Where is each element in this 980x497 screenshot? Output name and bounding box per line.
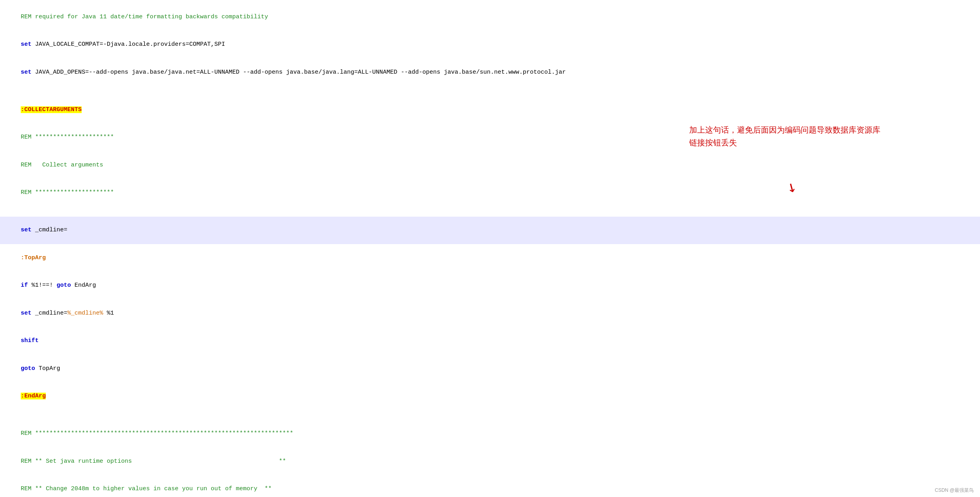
code-line-8: REM ********************** [0, 179, 980, 207]
code-line-blank-2 [0, 207, 980, 217]
annotation-text: 加上这句话，避免后面因为编码问题导致数据库资源库 链接按钮丢失 [689, 123, 880, 149]
code-line-20: REM ** Change 2048m to higher values in … [0, 475, 980, 497]
code-line-12: if %1!==! goto EndArg [0, 272, 980, 300]
code-line-19: REM ** Set java runtime options ** [0, 448, 980, 475]
code-editor: REM required for Java 11 date/time forma… [0, 0, 980, 497]
code-line-13: set _cmdline=%_cmdline% %1 [0, 299, 980, 327]
code-line-16: :EndArg [0, 383, 980, 411]
code-line-15: goto TopArg [0, 355, 980, 383]
code-line-blank-3 [0, 410, 980, 420]
code-line-3: set JAVA_ADD_OPENS=--add-opens java.base… [0, 59, 980, 86]
code-line-11: :TopArg [0, 244, 980, 272]
code-line-18: REM ************************************… [0, 420, 980, 448]
code-line-2: set JAVA_LOCALE_COMPAT=-Djava.locale.pro… [0, 31, 980, 59]
code-line-10: set _cmdline= [0, 217, 980, 245]
code-line-7: REM Collect arguments [0, 151, 980, 179]
code-line-5: :COLLECTARGUMENTS [0, 96, 980, 124]
code-line-1: REM required for Java 11 date/time forma… [0, 3, 980, 31]
code-line-blank-1 [0, 86, 980, 96]
code-line-14: shift [0, 327, 980, 355]
csdn-watermark: CSDN @最强菜鸟 [935, 487, 974, 494]
